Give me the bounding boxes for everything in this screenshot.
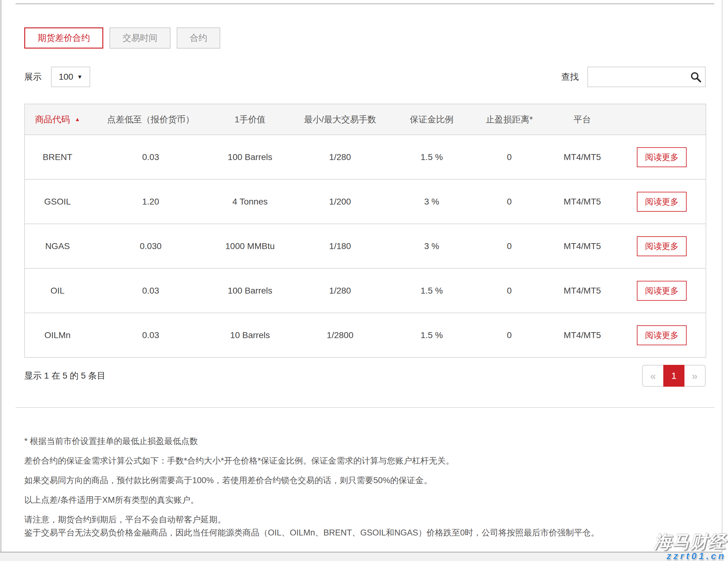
- sort-ascending-icon: ▲: [75, 116, 80, 123]
- table-footer: 显示 1 在 5 的 5 条目 « 1 »: [24, 365, 706, 387]
- cell-spread: 0.03: [90, 269, 211, 313]
- read-more-button[interactable]: 阅读更多: [637, 192, 687, 212]
- read-more-button[interactable]: 阅读更多: [637, 325, 687, 345]
- cell-lot-value: 10 Barrels: [211, 313, 289, 357]
- column-header-symbol[interactable]: 商品代码 ▲: [25, 104, 90, 134]
- cell-min-max-lots: 1/280: [289, 135, 391, 179]
- entries-per-page-value: 100: [59, 72, 73, 82]
- watermark-url: zzrt01.cn: [654, 551, 726, 561]
- cell-stop-distance: 0: [472, 269, 547, 313]
- cell-spread: 0.03: [90, 313, 211, 357]
- table-row-ngas: NGAS 0.030 1000 MMBtu 1/180 3 % 0 MT4/MT…: [25, 223, 706, 268]
- cell-stop-distance: 0: [472, 313, 547, 357]
- column-header-stop-distance[interactable]: 止盈损距离*: [472, 104, 547, 134]
- table-row-oil: OIL 0.03 100 Barrels 1/280 1.5 % 0 MT4/M…: [25, 268, 706, 313]
- read-more-button[interactable]: 阅读更多: [637, 147, 687, 167]
- table-row-oilmn: OILMn 0.03 10 Barrels 1/2800 1.5 % 0 MT4…: [25, 313, 706, 357]
- pagination: « 1 »: [642, 365, 706, 387]
- footer-strip: [0, 552, 722, 561]
- search-icon[interactable]: [690, 71, 701, 82]
- entries-summary: 显示 1 在 5 的 5 条目: [24, 370, 105, 382]
- cell-min-max-lots: 1/200: [289, 180, 391, 223]
- cell-margin: 1.5 %: [391, 269, 472, 313]
- cell-platform: MT4/MT5: [547, 224, 618, 268]
- footnote-expiry-notice: 请注意，期货合约到期后，平台不会自动帮客户延期。 鉴于交易平台无法交易负价格金融…: [24, 513, 684, 539]
- cell-platform: MT4/MT5: [547, 180, 618, 223]
- cell-spread: 0.03: [90, 135, 211, 179]
- cell-min-max-lots: 1/2800: [289, 313, 391, 357]
- cell-stop-distance: 0: [472, 224, 547, 268]
- previous-page-button[interactable]: «: [642, 365, 663, 387]
- footnote-real-accounts: 以上点差/条件适用于XM所有类型的真实账户。: [24, 493, 684, 507]
- right-edge-line: [722, 0, 722, 561]
- column-header-actions: [618, 104, 706, 134]
- cell-platform: MT4/MT5: [547, 135, 618, 179]
- cell-min-max-lots: 1/180: [289, 224, 391, 268]
- cell-spread: 1.20: [90, 180, 211, 223]
- entries-per-page-select[interactable]: 100 ▼: [51, 67, 90, 87]
- column-header-lot-value[interactable]: 1手价值: [211, 104, 289, 134]
- cell-lot-value: 100 Barrels: [211, 135, 289, 179]
- column-header-min-max-lots[interactable]: 最小/最大交易手数: [289, 104, 391, 134]
- instruments-table: 商品代码 ▲ 点差低至（报价货币） 1手价值 最小/最大交易手数 保证金比例 止…: [24, 104, 706, 358]
- section-divider: [16, 407, 714, 408]
- chevron-down-icon: ▼: [77, 74, 82, 80]
- next-page-button[interactable]: »: [684, 365, 706, 387]
- footnote-hedged-margin: 如果交易同方向的商品，预付款比例需要高于100%，若使用差价合约锁仓交易的话，则…: [24, 474, 684, 487]
- futures-cfd-page: 期货差价合约 交易时间 合约 展示 100 ▼ 查找 商品代码: [0, 0, 728, 561]
- top-divider: [16, 3, 714, 4]
- watermark: 海马财经 zzrt01.cn: [654, 532, 726, 561]
- cell-margin: 1.5 %: [391, 313, 472, 357]
- search-input[interactable]: [587, 67, 706, 87]
- table-controls: 展示 100 ▼ 查找: [24, 66, 706, 87]
- cell-platform: MT4/MT5: [547, 269, 618, 313]
- column-header-margin[interactable]: 保证金比例: [391, 104, 472, 134]
- cell-stop-distance: 0: [472, 180, 547, 223]
- cell-symbol: GSOIL: [25, 180, 90, 223]
- tab-contracts[interactable]: 合约: [177, 27, 220, 49]
- watermark-title: 海马财经: [654, 532, 726, 551]
- column-header-symbol-label: 商品代码: [35, 114, 70, 125]
- footnote-stop-levels: * 根据当前市价设置挂单的最低止损盈最低点数: [24, 435, 684, 448]
- cell-min-max-lots: 1/280: [289, 269, 391, 313]
- table-header-row: 商品代码 ▲ 点差低至（报价货币） 1手价值 最小/最大交易手数 保证金比例 止…: [25, 104, 706, 134]
- tab-trading-hours[interactable]: 交易时间: [110, 27, 170, 49]
- left-edge-line: [1, 0, 1, 561]
- cell-lot-value: 4 Tonnes: [211, 180, 289, 223]
- cell-margin: 1.5 %: [391, 135, 472, 179]
- footnote-margin-formula: 差价合约的保证金需求计算公式如下：手数*合约大小*开仓价格*保证金比例。保证金需…: [24, 454, 684, 467]
- tab-bar: 期货差价合约 交易时间 合约: [24, 27, 220, 49]
- cell-lot-value: 1000 MMBtu: [211, 224, 289, 268]
- column-header-spread[interactable]: 点差低至（报价货币）: [90, 104, 211, 134]
- show-entries-label: 展示: [24, 71, 42, 83]
- cell-margin: 3 %: [391, 224, 472, 268]
- cell-spread: 0.030: [90, 224, 211, 268]
- footnotes: * 根据当前市价设置挂单的最低止损盈最低点数 差价合约的保证金需求计算公式如下：…: [24, 435, 684, 546]
- cell-platform: MT4/MT5: [547, 313, 618, 357]
- table-row-gsoil: GSOIL 1.20 4 Tonnes 1/200 3 % 0 MT4/MT5 …: [25, 179, 706, 223]
- cell-symbol: OIL: [25, 269, 90, 313]
- table-row-brent: BRENT 0.03 100 Barrels 1/280 1.5 % 0 MT4…: [25, 134, 706, 179]
- tab-futures-cfd[interactable]: 期货差价合约: [24, 27, 103, 49]
- cell-lot-value: 100 Barrels: [211, 269, 289, 313]
- read-more-button[interactable]: 阅读更多: [637, 236, 687, 256]
- cell-margin: 3 %: [391, 180, 472, 223]
- column-header-platform[interactable]: 平台: [547, 104, 618, 134]
- cell-symbol: BRENT: [25, 135, 90, 179]
- cell-symbol: OILMn: [25, 313, 90, 357]
- read-more-button[interactable]: 阅读更多: [637, 281, 687, 301]
- search-label: 查找: [561, 71, 579, 83]
- cell-symbol: NGAS: [25, 224, 90, 268]
- current-page-button[interactable]: 1: [663, 365, 684, 387]
- cell-stop-distance: 0: [472, 135, 547, 179]
